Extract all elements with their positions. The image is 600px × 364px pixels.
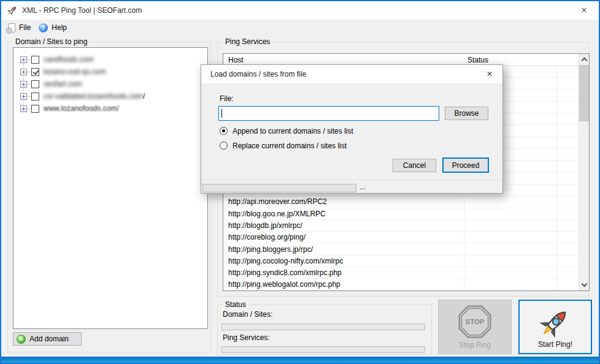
ping-service-row[interactable]: http://ping.bloggers.jp/rpc/: [223, 243, 579, 255]
domain-label[interactable]: www.lozanofoods.com/: [44, 104, 119, 113]
domain-label[interactable]: candfoods.com: [44, 55, 93, 64]
file-input[interactable]: [219, 107, 439, 120]
tree-item[interactable]: candfoods.com: [13, 53, 207, 66]
ping-service-host: http://ping.syndic8.com/xmlrpc.php: [228, 268, 342, 277]
expander-icon[interactable]: [20, 69, 27, 75]
dialog-progressbar: [202, 184, 356, 192]
file-input-wrapper: [218, 106, 439, 121]
radio-option[interactable]: Append to current domains / sites list: [220, 126, 353, 135]
expander-icon[interactable]: [20, 81, 27, 88]
cancel-button-label: Cancel: [403, 161, 426, 170]
domain-checkbox[interactable]: [31, 80, 39, 88]
services-progressbar: [221, 346, 425, 353]
browse-button[interactable]: Browse: [445, 107, 488, 120]
domains-groupbox: Domain / Sites to ping candfoods.comloza…: [7, 42, 211, 352]
scrollbar-thumb[interactable]: [579, 65, 590, 121]
cancel-button[interactable]: Cancel: [393, 159, 436, 172]
help-icon: ?: [39, 23, 48, 32]
domain-checkbox[interactable]: [31, 68, 39, 76]
ping-service-row[interactable]: http://ping.syndic8.com/xmlrpc.php: [223, 267, 579, 279]
radio-button[interactable]: [220, 127, 228, 135]
domain-label[interactable]: lozano-cod-qs.com: [44, 67, 106, 76]
tree-connector: [27, 108, 31, 109]
ping-service-row[interactable]: http://ping.cocolog-nifty.com/xmlrpc: [223, 256, 579, 267]
domain-label-suffix: /: [143, 92, 145, 100]
stop-ping-button[interactable]: STOP Stop Ping: [438, 300, 512, 354]
close-icon: ×: [581, 4, 587, 17]
ping-service-host: http://ping.cocolog-nifty.com/xmlrpc: [228, 257, 343, 265]
tree-item[interactable]: www.lozanofoods.com/: [13, 102, 207, 115]
ping-service-host: http://ping.bloggers.jp/rpc/: [228, 245, 313, 254]
ping-service-row[interactable]: http://blogdb.jp/xmlrpc/: [223, 220, 579, 232]
ping-service-row[interactable]: http://blog.goo.ne.jp/XMLRPC: [223, 208, 579, 220]
rocket-icon: [539, 306, 572, 339]
proceed-button-label: Proceed: [452, 161, 480, 170]
add-icon: +: [17, 335, 26, 344]
tree-item[interactable]: csr-validated.lozanofoods.com/: [13, 90, 207, 102]
file-menu-icon: [8, 23, 15, 32]
domain-label[interactable]: csr-validated.lozanofoods.com: [44, 92, 143, 100]
dialog-title-bar: Load domains / sites from file ×: [201, 65, 502, 83]
expander-icon[interactable]: [20, 93, 27, 100]
start-ping-label: Start Ping!: [538, 340, 572, 349]
expander-icon[interactable]: [20, 105, 27, 112]
tree-connector: [27, 59, 31, 60]
ping-service-host: http://blog.goo.ne.jp/XMLRPC: [228, 210, 326, 218]
scroll-up-button[interactable]: [579, 54, 590, 64]
file-field-label: File:: [220, 94, 234, 103]
services-progress-label: Ping Services:: [223, 333, 270, 342]
tree-connector: [27, 84, 31, 85]
dialog-ellipsis: ...: [360, 183, 366, 191]
add-domain-button[interactable]: + Add domain: [13, 332, 82, 346]
menu-item-help[interactable]: ? Help: [36, 21, 72, 34]
ping-service-host: http://coreblog.org/ping/: [228, 233, 306, 241]
tree-connector: [27, 96, 31, 97]
domains-groupbox-title: Domain / Sites to ping: [13, 37, 90, 46]
scroll-down-button[interactable]: [579, 280, 590, 290]
column-header-host[interactable]: Host: [228, 56, 244, 64]
expander-icon[interactable]: [20, 56, 27, 63]
ping-service-row[interactable]: http://coreblog.org/ping/: [223, 232, 579, 243]
menu-item-file[interactable]: File: [5, 21, 36, 34]
domain-tree[interactable]: candfoods.comlozano-cod-qs.comseofart.co…: [13, 47, 208, 329]
dialog-title: Load domains / sites from file: [210, 70, 306, 78]
chevron-up-icon: [582, 58, 588, 64]
status-groupbox: Status Domain / Sites: Ping Services:: [217, 305, 432, 355]
app-window: XML - RPC Ping Tool | SEOFart.com × File…: [0, 0, 600, 364]
column-header-status[interactable]: Status: [467, 56, 488, 64]
window-bottom-edge: [1, 357, 599, 363]
stop-icon: STOP: [458, 305, 491, 338]
radio-option[interactable]: Replace current domains / sites list: [220, 141, 353, 150]
vertical-scrollbar[interactable]: [579, 54, 589, 290]
window-close-button[interactable]: ×: [574, 2, 594, 18]
stop-ping-label: Stop Ping: [459, 341, 491, 349]
tree-connector: [27, 72, 31, 72]
menu-bar: File ? Help: [1, 20, 599, 36]
proceed-button[interactable]: Proceed: [442, 157, 489, 173]
ping-service-row[interactable]: http://api.moreover.com/RPC2: [223, 196, 579, 208]
dialog-separator: [201, 180, 502, 180]
domain-checkbox[interactable]: [31, 105, 39, 113]
ping-services-groupbox-title: Ping Services: [223, 37, 272, 46]
domain-label[interactable]: seofart.com: [44, 80, 82, 88]
radio-option-label: Replace current domains / sites list: [233, 142, 347, 150]
domain-checkbox[interactable]: [31, 93, 39, 100]
start-ping-button[interactable]: Start Ping!: [518, 300, 592, 354]
browse-button-label: Browse: [454, 109, 479, 118]
close-icon: ×: [487, 69, 492, 80]
ping-service-host: http://blogdb.jp/xmlrpc/: [228, 221, 302, 230]
tree-item[interactable]: lozano-cod-qs.com: [13, 66, 207, 78]
title-bar: XML - RPC Ping Tool | SEOFart.com ×: [1, 1, 599, 20]
domain-checkbox[interactable]: [31, 56, 39, 64]
radio-button[interactable]: [220, 142, 228, 150]
load-from-file-dialog: Load domains / sites from file × File: B…: [201, 64, 503, 194]
tree-item[interactable]: seofart.com: [13, 78, 207, 90]
ping-service-host: http://api.moreover.com/RPC2: [228, 197, 327, 206]
rocket-icon: [7, 5, 18, 16]
help-menu-label: Help: [52, 23, 67, 32]
ping-service-row[interactable]: http://ping.weblogalot.com/rpc.php: [223, 279, 579, 290]
dialog-close-button[interactable]: ×: [480, 67, 499, 82]
ping-service-host: http://ping.weblogalot.com/rpc.php: [228, 280, 340, 289]
add-domain-label: Add domain: [29, 335, 69, 343]
window-title: XML - RPC Ping Tool | SEOFart.com: [22, 6, 142, 15]
